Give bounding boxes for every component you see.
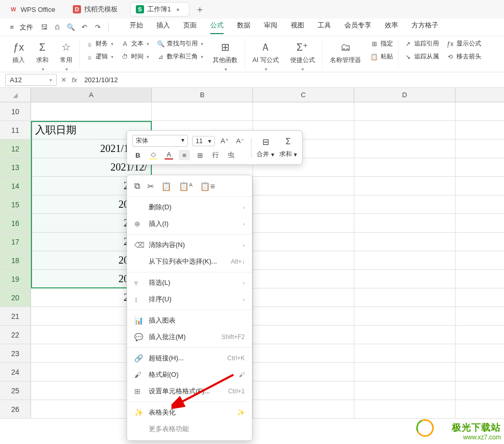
shrink-font-icon[interactable]: A⁻	[234, 136, 246, 146]
cell[interactable]	[31, 102, 152, 120]
row-header[interactable]: 12	[0, 140, 31, 158]
preview-icon[interactable]: 🔍	[65, 22, 76, 33]
name-box[interactable]: A12 ▾	[5, 74, 57, 86]
border-button[interactable]: ⊞	[194, 150, 206, 160]
other-fn-button[interactable]: ⊞其他函数	[211, 39, 240, 73]
font-size-select[interactable]: 11▾	[192, 136, 215, 146]
lookup-button[interactable]: 🔍查找与引用	[156, 39, 203, 48]
define-name-button[interactable]: ⊞指定	[370, 39, 393, 48]
row-header[interactable]: 17	[0, 233, 31, 251]
text-button[interactable]: A文本	[121, 39, 149, 48]
menu-tools[interactable]: 工具	[318, 21, 331, 34]
quick-formula-button[interactable]: Σ⁺便捷公式	[288, 39, 317, 73]
undo-icon[interactable]: ↶	[78, 22, 90, 33]
col-header-a[interactable]: A	[31, 88, 152, 102]
col-header-b[interactable]: B	[152, 88, 253, 102]
menu-formula[interactable]: 公式	[210, 21, 224, 34]
fx-icon[interactable]: fx	[72, 76, 77, 84]
cut-icon[interactable]: ✂	[147, 181, 154, 191]
math-button[interactable]: ⊿数学和三角	[156, 52, 203, 61]
paste-special-icon[interactable]: 📋ᴬ	[179, 181, 193, 191]
row-header[interactable]: 22	[0, 326, 31, 344]
merge-button[interactable]: 合并▾	[257, 150, 274, 159]
file-menu[interactable]: 文件	[20, 23, 33, 32]
ctx-filter[interactable]: ▿筛选(L)›	[127, 274, 252, 291]
highlight-button[interactable]: ◇	[148, 150, 159, 160]
save-icon[interactable]: 🖫	[38, 22, 50, 33]
row-header[interactable]: 14	[0, 177, 31, 195]
logic-button[interactable]: ⎐逻辑	[85, 52, 114, 61]
time-button[interactable]: ⏱时间	[121, 52, 149, 61]
ctx-delete[interactable]: 删除(D)›	[127, 199, 252, 216]
ctx-clear[interactable]: ⌫清除内容(N)›	[127, 237, 252, 253]
hamburger-icon[interactable]: ≡	[6, 22, 18, 33]
row-header[interactable]: 21	[0, 307, 31, 325]
menu-page[interactable]: 页面	[183, 21, 197, 34]
menu-insert[interactable]: 插入	[156, 21, 170, 34]
grow-font-icon[interactable]: A⁺	[219, 136, 230, 146]
name-manager-button[interactable]: 🗂名称管理器	[328, 39, 363, 66]
row-header[interactable]: 13	[0, 158, 31, 176]
ctx-chart[interactable]: 📊插入图表	[127, 312, 252, 329]
ctx-cell-format[interactable]: ⊞设置单元格格式(F)...Ctrl+1	[127, 383, 252, 400]
menu-review[interactable]: 审阅	[264, 21, 277, 34]
formula-input[interactable]: 2021/10/12	[81, 75, 499, 85]
ctx-beautify[interactable]: ✨表格美化✨	[127, 404, 252, 421]
sum-button[interactable]: 求和▾	[279, 150, 297, 159]
row-header[interactable]: 26	[0, 400, 31, 418]
ctx-format-painter[interactable]: 🖌格式刷(O)🖌	[127, 366, 252, 383]
common-button[interactable]: ☆常用	[58, 39, 74, 73]
menu-efficiency[interactable]: 效率	[385, 21, 398, 34]
row-header[interactable]: 10	[0, 102, 31, 120]
ctx-hyperlink[interactable]: 🔗超链接(H)...Ctrl+K	[127, 350, 252, 366]
row-header[interactable]: 18	[0, 251, 31, 269]
tab-sheet[interactable]: S 工作簿1 ●	[130, 2, 190, 17]
ctx-more[interactable]: 更多表格功能	[127, 421, 252, 437]
paste-name-button[interactable]: 📋粘贴	[370, 52, 393, 61]
bold-button[interactable]: B	[132, 150, 144, 160]
row-header[interactable]: 11	[0, 121, 31, 139]
ctx-comment[interactable]: 💬插入批注(M)Shift+F2	[127, 329, 252, 345]
font-color-button[interactable]: A	[163, 150, 175, 160]
font-select[interactable]: 宋体▾	[132, 135, 188, 147]
tab-shell[interactable]: D 找稻壳模板	[68, 2, 127, 17]
menu-view[interactable]: 视图	[291, 21, 304, 34]
paste-icon[interactable]: 📋	[161, 181, 171, 191]
new-tab-button[interactable]: ＋	[193, 2, 207, 17]
cancel-icon[interactable]: ✕	[61, 76, 67, 84]
insert-function-button[interactable]: ƒx插入	[10, 39, 27, 66]
sum-icon[interactable]: Σ	[282, 136, 294, 147]
ctx-dropdown[interactable]: 从下拉列表中选择(K)...Alt+↓	[127, 253, 252, 270]
tab-close-icon[interactable]: ●	[176, 6, 180, 12]
tab-wps[interactable]: W WPS Office	[4, 2, 65, 17]
menu-member[interactable]: 会员专享	[344, 21, 371, 34]
sum-button[interactable]: Σ求和	[34, 39, 51, 73]
row-header[interactable]: 20	[0, 288, 31, 307]
row-header[interactable]: 23	[0, 344, 31, 362]
remove-arrows-button[interactable]: ⟲移去箭头	[446, 52, 481, 61]
col-header-c[interactable]: C	[253, 88, 354, 102]
menu-data[interactable]: 数据	[237, 21, 250, 34]
paste-values-icon[interactable]: 📋≡	[200, 181, 215, 191]
merge-icon[interactable]: ⊟	[260, 136, 271, 147]
row-header[interactable]: 25	[0, 381, 31, 400]
select-all-corner[interactable]: ◢	[0, 88, 31, 102]
row-header[interactable]: 16	[0, 214, 31, 232]
row-header[interactable]: 19	[0, 270, 31, 288]
ctx-insert[interactable]: ⊕插入(I)›	[127, 216, 252, 232]
row-header[interactable]: 24	[0, 363, 31, 381]
insert-row-icon[interactable]: ⾏	[210, 150, 221, 160]
align-button[interactable]: ≡	[179, 150, 190, 160]
ai-formula-button[interactable]: ＡAI 写公式	[250, 39, 281, 73]
insert-col-icon[interactable]: ⾍	[225, 150, 237, 160]
trace-dependents-button[interactable]: ↘追踪从属	[404, 52, 439, 61]
col-header-d[interactable]: D	[354, 88, 455, 102]
copy-icon[interactable]: ⧉	[134, 181, 140, 191]
menu-start[interactable]: 开始	[130, 21, 143, 34]
row-header[interactable]: 15	[0, 195, 31, 213]
redo-icon[interactable]: ↷	[92, 22, 103, 33]
ctx-sort[interactable]: ↕排序(U)›	[127, 291, 252, 308]
print-icon[interactable]: ⎙	[52, 22, 63, 33]
show-formula-button[interactable]: ƒx显示公式	[446, 39, 481, 48]
trace-precedents-button[interactable]: ↗追踪引用	[404, 39, 439, 48]
